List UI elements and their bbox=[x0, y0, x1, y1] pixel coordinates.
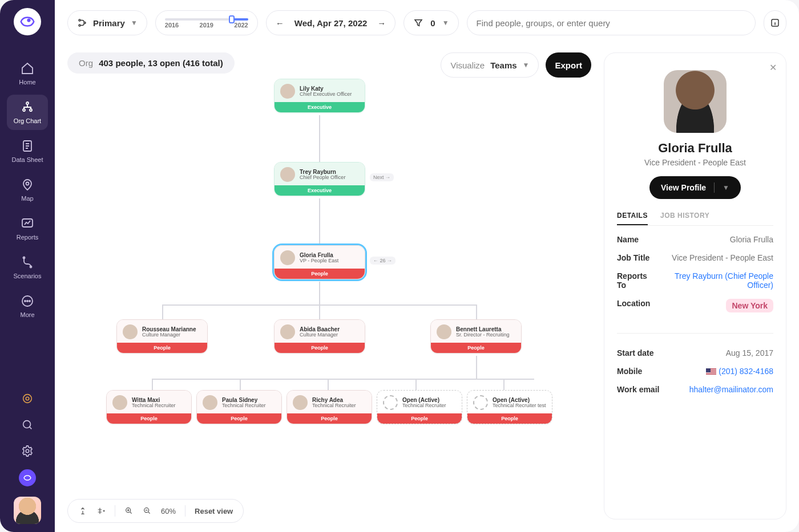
app-logo[interactable] bbox=[14, 8, 41, 35]
view-profile-button[interactable]: View Profile ▼ bbox=[649, 176, 741, 199]
filter-icon bbox=[413, 18, 423, 28]
field-label: Start date bbox=[617, 348, 654, 358]
field-label: Location bbox=[617, 299, 650, 312]
date-prev-arrow[interactable]: ← bbox=[276, 18, 284, 28]
org-node[interactable]: Rousseau MarianneCulture Manager People bbox=[116, 319, 208, 354]
detail-row: LocationNew York bbox=[617, 299, 773, 312]
nav-label: Map bbox=[21, 195, 33, 202]
search-box[interactable] bbox=[467, 10, 756, 35]
node-title: VP - People East bbox=[300, 258, 338, 264]
org-node[interactable]: Lily KatyChief Executive Officer Executi… bbox=[274, 79, 365, 113]
org-node[interactable]: Richy AdeaTechnical Recruiter People bbox=[286, 390, 372, 424]
collapse-icon[interactable] bbox=[96, 506, 106, 515]
field-label: Name bbox=[617, 235, 639, 244]
avatar bbox=[203, 395, 217, 410]
field-label: Mobile bbox=[617, 367, 642, 376]
svg-point-3 bbox=[30, 109, 32, 111]
org-node-open[interactable]: Open (Active)Technical Recruiter test Pe… bbox=[467, 390, 552, 424]
view-selector[interactable]: Primary ▼ bbox=[67, 10, 147, 35]
nav-home[interactable]: Home bbox=[7, 56, 48, 91]
timeline-slider[interactable]: 2016 2019 2022 bbox=[155, 10, 258, 35]
branch-small-icon bbox=[77, 18, 87, 28]
org-node-open[interactable]: Open (Active)Technical Recruiter People bbox=[377, 390, 462, 424]
field-label: Work email bbox=[617, 385, 659, 394]
node-group: People bbox=[107, 413, 191, 424]
node-group: People bbox=[275, 269, 365, 279]
chevron-down-icon[interactable]: ▼ bbox=[723, 184, 729, 192]
map-pin-icon bbox=[21, 178, 34, 192]
export-label: Export bbox=[555, 60, 582, 70]
org-node[interactable]: Paula SidneyTechnical Recruiter People bbox=[196, 390, 282, 424]
field-value: Aug 15, 2017 bbox=[726, 348, 773, 358]
timeline-track[interactable] bbox=[165, 18, 248, 21]
visualize-selector[interactable]: Visualize Teams ▼ bbox=[441, 52, 539, 78]
nav-reports[interactable]: Reports bbox=[7, 211, 48, 246]
nav-org-chart[interactable]: Org Chart bbox=[7, 95, 48, 130]
org-node[interactable]: Trey RayburnChief People Officer Executi… bbox=[274, 162, 365, 196]
sidebar: Home Org Chart Data Sheet Map Reports Sc… bbox=[0, 0, 55, 532]
detail-row: Start dateAug 15, 2017 bbox=[617, 348, 773, 358]
nav-data-sheet[interactable]: Data Sheet bbox=[7, 133, 48, 169]
node-title: Culture Manager bbox=[142, 332, 196, 338]
divider bbox=[185, 505, 185, 517]
detail-row: Job TitleVice President - People East bbox=[617, 253, 773, 262]
close-icon[interactable]: ✕ bbox=[769, 62, 777, 73]
brand-mini-icon[interactable] bbox=[19, 469, 36, 486]
org-node[interactable]: Bennett LaurettaSr. Director - Recruitin… bbox=[430, 319, 522, 354]
nav-more[interactable]: More bbox=[7, 289, 48, 324]
node-title: Chief People Officer bbox=[300, 175, 345, 181]
node-group: Executive bbox=[275, 185, 365, 196]
org-stat-text: 403 people, 13 open (416 total) bbox=[99, 58, 223, 68]
chevron-down-icon: ▼ bbox=[131, 19, 138, 27]
current-user-avatar[interactable] bbox=[14, 497, 41, 524]
date-picker[interactable]: ← Wed, Apr 27, 2022 → bbox=[266, 10, 396, 35]
nav-map[interactable]: Map bbox=[7, 172, 48, 208]
connector bbox=[319, 198, 320, 247]
node-badge[interactable]: Next → bbox=[370, 173, 394, 181]
info-button[interactable] bbox=[764, 10, 786, 35]
topbar: Primary ▼ 2016 2019 2022 ← Wed, Apr 27, … bbox=[55, 0, 799, 42]
filter-button[interactable]: 0 ▼ bbox=[403, 10, 458, 35]
org-node-selected[interactable]: Gloria FrullaVP - People East People bbox=[274, 245, 365, 279]
search-input[interactable] bbox=[477, 18, 746, 28]
node-name: Rousseau Marianne bbox=[142, 326, 196, 332]
connector bbox=[240, 379, 241, 390]
field-value-link[interactable]: hhalter@mailinator.com bbox=[689, 385, 773, 394]
search-icon[interactable] bbox=[19, 417, 35, 433]
tab-job-history[interactable]: JOB HISTORY bbox=[660, 212, 709, 225]
nav-scenarios[interactable]: Scenarios bbox=[7, 250, 48, 285]
nav-label: Data Sheet bbox=[11, 156, 43, 163]
zoom-in-icon[interactable] bbox=[124, 506, 134, 515]
flag-us-icon bbox=[706, 368, 716, 375]
detail-row: Reports ToTrey Rayburn (Chief People Off… bbox=[617, 271, 773, 290]
node-name: Open (Active) bbox=[493, 397, 546, 403]
timeline-handle[interactable] bbox=[229, 15, 235, 23]
node-title: Chief Executive Officer bbox=[300, 92, 352, 98]
target-icon[interactable] bbox=[19, 391, 35, 407]
divider bbox=[115, 505, 115, 517]
avatar bbox=[293, 395, 308, 410]
node-name: Gloria Frulla bbox=[300, 252, 338, 258]
field-label: Reports To bbox=[617, 271, 653, 290]
node-badge[interactable]: ← 26 → bbox=[370, 257, 396, 265]
settings-icon[interactable] bbox=[19, 443, 35, 459]
chart-canvas[interactable]: Org 403 people, 13 open (416 total) Visu… bbox=[55, 42, 604, 532]
svg-point-1 bbox=[26, 102, 29, 104]
visualize-label: Visualize bbox=[450, 60, 485, 70]
reset-view-button[interactable]: Reset view bbox=[195, 507, 233, 515]
svg-point-11 bbox=[27, 300, 28, 302]
node-title: Technical Recruiter bbox=[312, 403, 356, 409]
org-node[interactable]: Witta MaxiTechnical Recruiter People bbox=[106, 390, 192, 424]
mobile-number: (201) 832-4168 bbox=[719, 367, 773, 376]
fit-icon[interactable] bbox=[78, 506, 87, 515]
date-next-arrow[interactable]: → bbox=[377, 18, 386, 28]
nav-label: Reports bbox=[17, 234, 39, 241]
export-button[interactable]: Export bbox=[546, 52, 591, 78]
tab-details[interactable]: DETAILS bbox=[617, 212, 648, 225]
filter-count: 0 bbox=[430, 18, 435, 28]
branch-icon bbox=[21, 255, 34, 269]
field-value-link[interactable]: Trey Rayburn (Chief People Officer) bbox=[661, 271, 773, 290]
org-node[interactable]: Abida BaacherCulture Manager People bbox=[274, 319, 365, 354]
zoom-out-icon[interactable] bbox=[143, 506, 152, 515]
field-value-link[interactable]: (201) 832-4168 bbox=[706, 367, 773, 376]
